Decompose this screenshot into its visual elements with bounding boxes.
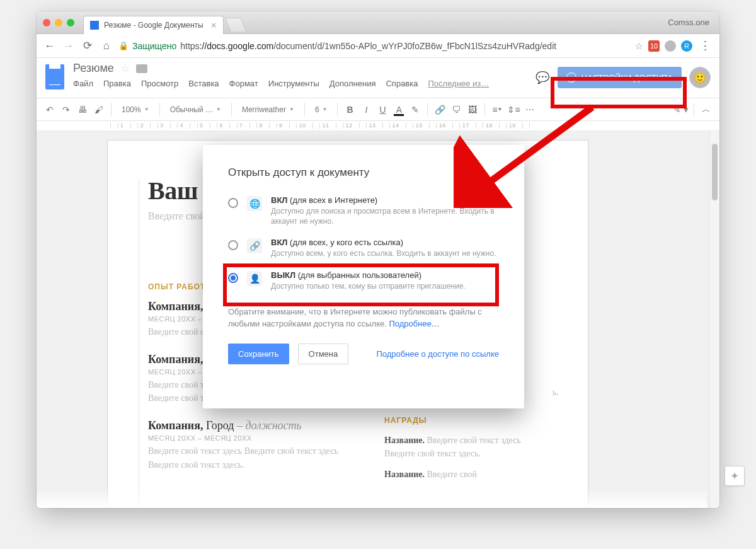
url-text: https://docs.google.com/document/d/1wn55…	[180, 41, 556, 51]
menubar: Файл Правка Просмотр Вставка Формат Инст…	[73, 79, 526, 88]
folder-icon[interactable]	[136, 64, 147, 73]
browser-tab[interactable]: Резюме - Google Документы ×	[83, 16, 224, 34]
menu-edit[interactable]: Правка	[103, 79, 131, 88]
doc-header-right: 💬 НАСТРОЙКИ ДОСТУПА 🙂	[535, 67, 711, 88]
browser-menu-icon[interactable]: ⋮	[697, 38, 713, 53]
align-icon[interactable]: ≡▼	[490, 102, 504, 117]
print-icon[interactable]: 🖶	[76, 102, 89, 117]
back-button[interactable]: ←	[43, 40, 57, 52]
last-edit-link[interactable]: Последнее из…	[428, 79, 489, 88]
radio-icon[interactable]	[228, 240, 238, 250]
comments-icon[interactable]: 💬	[535, 70, 550, 85]
share-option-anyone-link[interactable]: 🔗 ВКЛ (для всех, у кого есть ссылка) Дос…	[228, 238, 499, 258]
cancel-button[interactable]: Отмена	[298, 344, 349, 364]
menu-insert[interactable]: Вставка	[188, 79, 219, 88]
share-button[interactable]: НАСТРОЙКИ ДОСТУПА	[558, 67, 682, 88]
font-dropdown[interactable]: Merriweather▼	[237, 105, 299, 114]
globe-icon: 🌐	[247, 196, 262, 211]
font-size-dropdown[interactable]: 6▼	[310, 105, 333, 114]
new-tab-button[interactable]	[224, 18, 246, 32]
close-window-icon[interactable]	[43, 19, 50, 26]
menu-help[interactable]: Справка	[386, 79, 418, 88]
titlebar: Резюме - Google Документы × Comss.one	[37, 11, 719, 34]
paint-format-icon[interactable]: 🖌	[92, 102, 106, 117]
docs-app-icon[interactable]	[45, 64, 64, 90]
doc-title[interactable]: Резюме	[73, 62, 114, 75]
menu-addons[interactable]: Дополнения	[329, 79, 376, 88]
line-spacing-icon[interactable]: ⇕≡	[507, 102, 520, 117]
margin-line	[139, 178, 139, 508]
award-item: Название. Введите свой	[384, 468, 547, 481]
bookmark-star-icon[interactable]: ☆	[635, 41, 643, 51]
ruler[interactable]: ⎹ ⎹ 1 ⎹ ⎹ 2 ⎹ ⎹ 3 ⎹ ⎹ 4 ⎹ ⎹ 5 ⎹ ⎹ 6 ⎹ ⎹ …	[37, 121, 719, 131]
extension-icon[interactable]: R	[681, 40, 692, 52]
save-button[interactable]: Сохранить	[228, 344, 289, 364]
reload-button[interactable]: ⟳	[81, 39, 94, 52]
modal-note: Обратите внимание, что в Интернете можно…	[228, 306, 499, 330]
style-dropdown[interactable]: Обычный …▼	[165, 105, 226, 114]
share-button-label: НАСТРОЙКИ ДОСТУПА	[581, 73, 673, 83]
address-bar: ← → ⟳ ⌂ 🔒 Защищено https://docs.google.c…	[37, 34, 719, 58]
watermark-text: Comss.one	[668, 18, 713, 27]
italic-icon[interactable]: I	[359, 102, 373, 117]
menu-format[interactable]: Формат	[229, 79, 258, 88]
scrollbar-thumb[interactable]	[712, 144, 718, 200]
share-option-public[interactable]: 🌐 ВКЛ (для всех в Интернете) Доступно дл…	[228, 195, 499, 226]
highlight-icon[interactable]: ✎	[408, 102, 422, 117]
omnibox[interactable]: 🔒 Защищено https://docs.google.com/docum…	[118, 41, 630, 51]
forward-button[interactable]: →	[62, 40, 76, 52]
link-sharing-details-link[interactable]: Подробнее о доступе по ссылке	[376, 349, 499, 359]
link-icon[interactable]: 🔗	[433, 102, 447, 117]
menu-file[interactable]: Файл	[73, 79, 93, 88]
docs-favicon-icon	[90, 21, 99, 30]
redo-icon[interactable]: ↷	[59, 102, 73, 117]
extension-icon[interactable]	[665, 40, 676, 52]
close-tab-icon[interactable]: ×	[211, 20, 217, 30]
edit-mode-icon[interactable]: ✎ ▾	[673, 104, 689, 115]
modal-footer: Сохранить Отмена Подробнее о доступе по …	[228, 344, 499, 364]
radio-icon[interactable]	[228, 273, 238, 283]
collapse-toolbar-icon[interactable]: ︿	[699, 102, 713, 117]
menu-tools[interactable]: Инструменты	[268, 79, 319, 88]
secure-label: Защищено	[132, 41, 176, 51]
more-icon[interactable]: ⋯	[523, 102, 537, 117]
home-button[interactable]: ⌂	[100, 40, 113, 52]
window-controls	[43, 19, 74, 26]
share-settings-modal: Открыть доступ к документу 🌐 ВКЛ (для вс…	[203, 145, 524, 408]
explore-button[interactable]: ✦	[724, 466, 745, 486]
star-icon[interactable]: ☆	[120, 62, 130, 75]
maximize-window-icon[interactable]	[67, 19, 74, 26]
docs-header: Резюме ☆ Файл Правка Просмотр Вставка Фо…	[37, 58, 719, 98]
docs-toolbar: ↶ ↷ 🖶 🖌 100%▼ Обычный …▼ Merriweather▼ 6…	[37, 98, 719, 121]
award-item: Название. Введите свой текст здесь Введи…	[384, 434, 547, 460]
section-heading: НАГРАДЫ	[384, 416, 547, 425]
text-color-icon[interactable]: A	[392, 102, 406, 117]
learn-more-link[interactable]: Подробнее…	[389, 319, 439, 328]
link-person-icon: 🔗	[247, 238, 262, 253]
zoom-dropdown[interactable]: 100%▼	[117, 105, 154, 114]
share-option-private[interactable]: 👤 ВЫКЛ (для выбранных пользователей) Дос…	[228, 270, 499, 291]
lock-icon: 🔒	[118, 41, 129, 50]
extension-icon[interactable]: 10	[648, 40, 660, 52]
vertical-scrollbar[interactable]	[709, 131, 719, 508]
menu-view[interactable]: Просмотр	[141, 79, 178, 88]
radio-icon[interactable]	[228, 198, 238, 208]
doc-title-block: Резюме ☆ Файл Правка Просмотр Вставка Фо…	[73, 62, 526, 88]
account-avatar[interactable]: 🙂	[689, 67, 711, 88]
person-icon: 👤	[247, 271, 262, 286]
image-icon[interactable]: 🖼	[466, 102, 479, 117]
tab-title: Резюме - Google Документы	[104, 21, 203, 30]
comment-icon[interactable]: 🗨	[449, 102, 463, 117]
undo-icon[interactable]: ↶	[43, 102, 57, 117]
modal-title: Открыть доступ к документу	[228, 166, 499, 179]
globe-icon	[566, 72, 576, 83]
underline-icon[interactable]: U	[375, 102, 389, 117]
minimize-window-icon[interactable]	[55, 19, 62, 26]
bold-icon[interactable]: B	[343, 102, 357, 117]
resume-item: Компания, Город – должность МЕСЯЦ 20XX –…	[148, 419, 359, 471]
